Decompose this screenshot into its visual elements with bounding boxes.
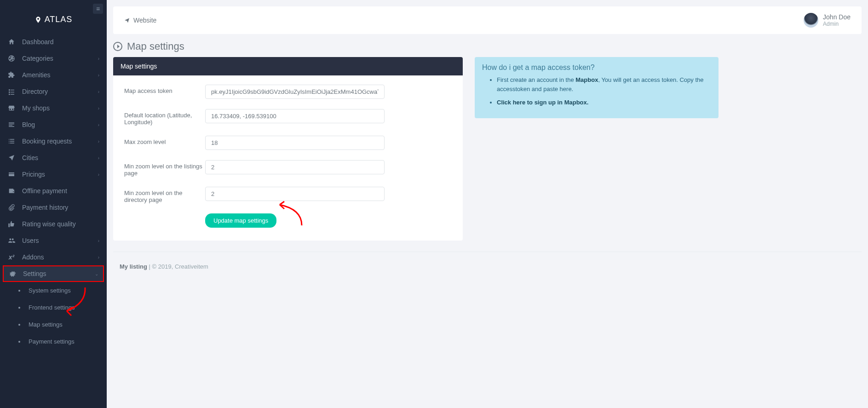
sidebar-sub-system[interactable]: System settings [0,282,107,299]
sub-item-label: Payment settings [29,338,75,345]
chevron-down-icon: ⌄ [95,271,98,276]
sidebar-item-label: Amenities [22,71,98,79]
sidebar-sub-frontend[interactable]: Frontend settings [0,299,107,316]
pin-icon [34,16,42,23]
play-circle-icon [113,42,122,51]
topbar: Website John Doe Admin [113,6,862,34]
plane-icon [124,17,130,23]
info-box: How do i get a map access token? First c… [475,57,719,118]
chevron-right-icon: › [98,172,99,177]
brand-text: ATLAS [45,15,73,24]
chevron-right-icon: › [98,106,99,111]
chevron-right-icon: › [98,238,99,243]
max-zoom-input[interactable] [205,136,385,150]
form-label: Map access token [124,85,205,94]
card-icon [7,171,16,178]
form-label: Min zoom level on the directory page [124,187,205,203]
thumb-icon [7,220,16,228]
avatar [804,13,818,28]
form-row-minzoom-listings: Min zoom level on the listings page [124,160,452,177]
sidebar-item-addons[interactable]: x²Addons› [0,249,107,265]
globe-icon [7,55,16,62]
sidebar-item-directory[interactable]: Directory› [0,83,107,100]
puzzle-icon [7,71,16,79]
sidebar-item-booking[interactable]: Booking requests› [0,133,107,149]
page-title: Map settings [127,40,184,52]
card-body: Map access token Default location (Latit… [113,75,463,241]
sidebar-item-cities[interactable]: Cities› [0,149,107,166]
brand[interactable]: ATLAS [0,0,107,34]
sidebar-toggle[interactable]: ≡ [93,4,103,14]
bullet-icon [18,290,20,292]
info-step1: First create an account in the Mapbox, Y… [497,75,711,93]
sidebar-item-label: Addons [22,253,98,261]
sub-item-label: Map settings [29,321,63,328]
form-row-token: Map access token [124,85,452,99]
sidebar-item-blog[interactable]: Blog› [0,116,107,133]
main-content: Website John Doe Admin Map settings Map … [107,6,868,408]
sidebar-item-label: Categories [22,55,98,62]
min-zoom-listings-input[interactable] [205,160,385,174]
content-row: Map settings Map access token Default lo… [107,57,868,241]
sidebar-item-settings[interactable]: Settings⌄ [3,265,104,282]
sidebar-item-label: Users [22,237,98,244]
sidebar-item-dashboard[interactable]: Dashboard [0,34,107,50]
sidebar-item-label: Cities [22,154,98,161]
list-icon [7,88,16,95]
sidebar-item-categories[interactable]: Categories› [0,50,107,67]
sidebar-item-pricings[interactable]: Pricings› [0,166,107,183]
sidebar-item-offline[interactable]: Offline payment [0,183,107,199]
user-info: John Doe Admin [823,13,851,27]
sub-item-label: System settings [29,287,71,294]
default-location-input[interactable] [205,109,385,123]
website-link[interactable]: Website [124,17,156,24]
sidebar-item-users[interactable]: Users› [0,232,107,249]
sidebar-item-label: Dashboard [22,38,99,46]
chevron-right-icon: › [98,139,99,144]
sidebar: ≡ ATLAS Dashboard Categories› Amenities›… [0,0,107,408]
form-row-minzoom-directory: Min zoom level on the directory page [124,187,452,203]
footer-brand: My listing [120,263,147,270]
footer-author: Creativeitem [175,263,208,270]
form-label: Min zoom level on the listings page [124,160,205,177]
sidebar-item-label: Rating wise quality [22,220,99,228]
chevron-right-icon: › [98,56,99,61]
sidebar-item-myshops[interactable]: My shops› [0,100,107,116]
info-step2[interactable]: Click here to sign up in Mapbox. [497,98,711,107]
card-header: Map settings [113,57,463,75]
info-list: First create an account in the Mapbox, Y… [482,75,711,107]
home-icon [7,38,16,46]
bullet-icon [18,324,20,326]
cogs-icon [8,270,17,277]
shop-icon [7,104,16,112]
footer: My listing | © 2019, Creativeitem [113,252,862,281]
sidebar-item-amenities[interactable]: Amenities› [0,67,107,83]
lines-icon [7,121,16,128]
sidebar-item-label: My shops [22,104,98,112]
chevron-right-icon: › [98,155,99,161]
min-zoom-directory-input[interactable] [205,187,385,201]
users-icon [7,237,16,244]
form-row-location: Default location (Latitude, Longitude) [124,109,452,126]
tasks-icon [7,138,16,145]
map-token-input[interactable] [205,85,385,99]
bullet-icon [18,307,20,309]
sidebar-item-payhistory[interactable]: Payment history [0,199,107,216]
settings-card: Map settings Map access token Default lo… [113,57,463,241]
update-button[interactable]: Update map settings [205,213,276,228]
sidebar-item-label: Offline payment [22,187,99,195]
sidebar-item-label: Booking requests [22,138,98,145]
sidebar-sub-payment[interactable]: Payment settings [0,333,107,350]
page-header: Map settings [107,34,868,57]
form-label: Default location (Latitude, Longitude) [124,109,205,126]
sidebar-sub-map[interactable]: Map settings [0,316,107,333]
chevron-right-icon: › [98,89,99,94]
wallet-icon [7,187,16,195]
hamburger-icon: ≡ [96,5,100,12]
user-menu[interactable]: John Doe Admin [804,13,851,28]
x2-icon: x² [7,253,16,261]
sub-item-label: Frontend settings [29,304,75,311]
chevron-right-icon: › [98,73,99,78]
sidebar-item-rating[interactable]: Rating wise quality [0,216,107,232]
info-title: How do i get a map access token? [482,63,711,72]
